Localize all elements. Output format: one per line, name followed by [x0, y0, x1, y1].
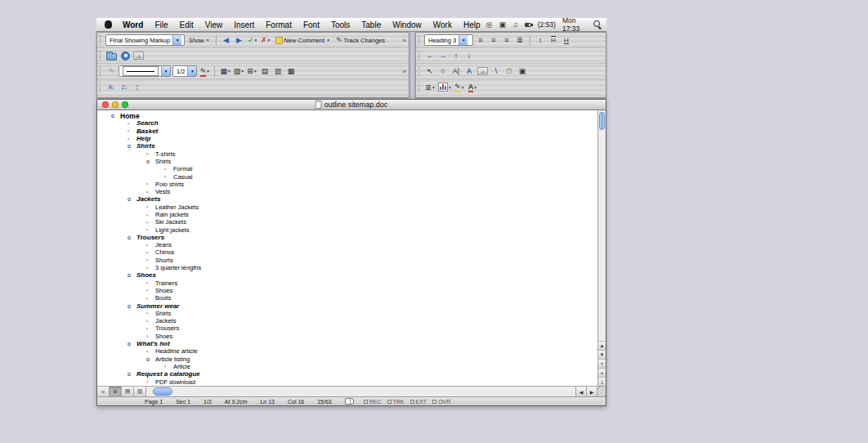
outline-item-text[interactable]: What's hot	[136, 340, 170, 347]
insert-chart-button[interactable]: ▾	[437, 81, 452, 93]
outline-item-text[interactable]: Headline article	[155, 347, 198, 355]
toolbar-drag-handle[interactable]	[418, 35, 421, 45]
scroll-down-button[interactable]: ▼	[598, 350, 606, 359]
header-button[interactable]: H	[548, 34, 559, 47]
cell-alignment-button[interactable]: ≣▾	[424, 81, 436, 93]
spotlight-icon[interactable]	[593, 20, 600, 29]
autosum-button[interactable]: Σ	[132, 81, 143, 93]
menu-item[interactable]: Help	[458, 20, 486, 29]
scroll-left-button[interactable]: ◀	[575, 387, 586, 396]
outline-item-text[interactable]: Home	[120, 112, 140, 120]
show-menu-button[interactable]: Show ▾	[186, 34, 212, 47]
outline-marker-icon[interactable]	[146, 250, 155, 255]
outline-item-text[interactable]: Formal	[173, 165, 192, 172]
toolbar-drag-handle[interactable]	[100, 35, 102, 45]
outline-marker-icon[interactable]	[146, 296, 155, 301]
align-center-button[interactable]: ≡	[488, 34, 499, 47]
outline-item-text[interactable]: PDF download	[155, 378, 195, 386]
outline-item-text[interactable]: Request a catalogue	[136, 370, 200, 378]
border-color-button[interactable]: ✎▾	[199, 65, 210, 78]
outline-marker-icon[interactable]	[128, 341, 136, 347]
outline-marker-icon[interactable]	[128, 196, 136, 202]
outline-marker-icon[interactable]	[146, 213, 155, 217]
volume-icon[interactable]: ♫	[512, 20, 518, 29]
outline-marker-icon[interactable]	[146, 190, 155, 195]
outline-marker-icon[interactable]	[146, 220, 155, 225]
notebook-view-button[interactable]: ▥	[134, 387, 146, 396]
line-style-select[interactable]: ▼	[119, 65, 171, 77]
outline-item-text[interactable]: 3 quarter lengths	[155, 264, 201, 271]
outline-item-text[interactable]: Trainers	[155, 280, 177, 287]
footer-button[interactable]: H	[561, 34, 572, 47]
fill-color-button[interactable]: A▾	[467, 81, 478, 93]
demote-button[interactable]: →	[437, 50, 449, 62]
vertical-scroll-thumb[interactable]	[599, 112, 605, 130]
menu-item[interactable]: Insert	[228, 20, 260, 29]
vertical-scrollbar[interactable]: ▲ ▼ ⇡ ● ⇣	[597, 110, 606, 386]
battery-icon[interactable]	[525, 23, 531, 27]
spelling-status-icon[interactable]	[345, 398, 354, 405]
outline-item-text[interactable]: Article	[173, 363, 190, 370]
outline-marker-icon[interactable]	[146, 280, 155, 285]
outline-marker-icon[interactable]	[128, 121, 136, 126]
table-autoformat-button[interactable]: ▩	[285, 65, 297, 78]
outline-marker-icon[interactable]	[128, 128, 136, 133]
insert-picture-button[interactable]	[132, 50, 145, 62]
minimize-button[interactable]	[112, 101, 119, 108]
toolbar-drag-handle[interactable]	[100, 66, 102, 76]
outline-marker-icon[interactable]	[146, 326, 155, 331]
outline-marker-icon[interactable]	[146, 257, 155, 262]
outline-marker-icon[interactable]	[164, 364, 173, 369]
outline-marker-icon[interactable]	[146, 349, 155, 354]
outline-item-text[interactable]: Help	[136, 135, 150, 142]
apple-menu[interactable]	[96, 20, 117, 29]
outline-item-text[interactable]: Jackets	[136, 195, 160, 203]
normal-view-button[interactable]: ≡	[97, 387, 110, 396]
horizontal-scroll-track[interactable]	[146, 387, 575, 396]
outline-marker-icon[interactable]	[146, 288, 155, 293]
outline-item-text[interactable]: Shoes	[155, 333, 172, 340]
outline-item-text[interactable]: Chinos	[155, 248, 174, 256]
move-up-button[interactable]: ↑	[450, 50, 462, 62]
outline-item-text[interactable]: Polo shirts	[155, 181, 184, 188]
page-layout-view-button[interactable]: ▤	[122, 387, 134, 396]
close-button[interactable]	[102, 101, 109, 108]
outline-marker-icon[interactable]	[146, 333, 155, 338]
resize-grip[interactable]	[597, 387, 606, 396]
reject-change-button[interactable]: ✗▾	[260, 34, 271, 47]
outline-item-text[interactable]: Light jackets	[155, 226, 190, 234]
status-indicator[interactable]: EXT	[410, 399, 427, 405]
draw-rectangle-button[interactable]: □	[503, 65, 515, 78]
free-rotate-button[interactable]: ○	[437, 65, 449, 78]
draw-line-button[interactable]: \	[490, 65, 502, 78]
app-menu[interactable]: Word	[117, 20, 149, 29]
outline-item-text[interactable]: Shirts	[155, 158, 171, 165]
outline-marker-icon[interactable]	[128, 303, 136, 309]
menu-item[interactable]: Table	[356, 20, 387, 29]
outline-marker-icon[interactable]	[111, 113, 120, 119]
scroll-up-button[interactable]: ▲	[598, 341, 606, 350]
shadow-button[interactable]: ▣	[517, 65, 528, 78]
sort-descending-button[interactable]: Z↓	[119, 81, 130, 93]
outline-item-text[interactable]: Jeans	[155, 241, 172, 248]
status-indicator[interactable]: TRK	[387, 399, 405, 405]
zoom-button[interactable]	[122, 101, 128, 108]
outline-marker-icon[interactable]	[128, 143, 136, 149]
outline-marker-icon[interactable]	[146, 311, 155, 315]
open-button[interactable]	[105, 50, 118, 62]
menu-item[interactable]: Edit	[174, 20, 199, 29]
display-for-review-select[interactable]: Final Showing Markup ▼	[105, 34, 185, 46]
menu-clock[interactable]: Mon 17:33	[562, 16, 587, 33]
outline-marker-icon[interactable]	[146, 181, 155, 186]
outline-item-text[interactable]: Trousers	[155, 324, 179, 332]
outline-marker-icon[interactable]	[128, 272, 136, 278]
script-menu-icon[interactable]: ◎	[486, 20, 493, 29]
text-direction-button[interactable]: A|	[450, 65, 462, 78]
outline-item-text[interactable]: Shirts	[136, 142, 155, 150]
previous-change-button[interactable]: ◀	[221, 34, 232, 47]
outline-marker-icon[interactable]	[146, 266, 155, 271]
menu-item[interactable]: Tools	[325, 20, 356, 29]
outline-marker-icon[interactable]	[146, 227, 155, 232]
outline-view-button[interactable]: ≣	[110, 387, 122, 396]
outline-item-text[interactable]: Shoes	[155, 287, 172, 294]
